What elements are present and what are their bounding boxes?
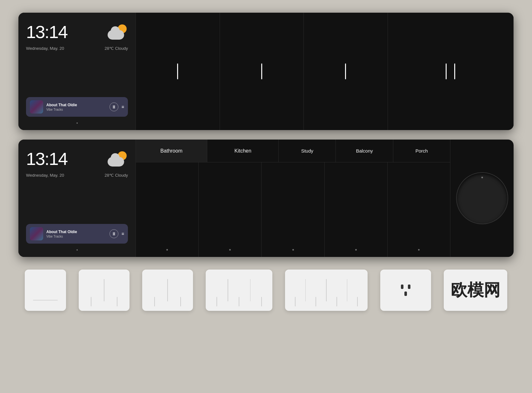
date-top: Wednesday, May. 20 <box>26 46 64 51</box>
paddle-quad-4[interactable] <box>347 270 368 311</box>
paddle-line-t1 <box>216 297 217 306</box>
room-switch-bathroom[interactable] <box>136 162 199 257</box>
dot-bottom <box>76 249 78 251</box>
switch-section-3[interactable] <box>304 13 388 130</box>
indicator-balcony <box>355 249 357 251</box>
clock-row-top: 13:14 <box>26 22 128 42</box>
music-info-top: About That Oldie Vibe Tracks <box>46 103 106 111</box>
white-switch-double-2[interactable] <box>142 270 193 311</box>
indicator-bathroom <box>166 249 168 251</box>
switch-section-4-double[interactable] <box>388 13 514 130</box>
paddle-line-t3 <box>261 297 262 306</box>
room-bathroom-label: Bathroom <box>160 148 182 154</box>
smart-screen-bottom: 13:14 Wednesday, May. 20 28℃ Cloudy Abou… <box>18 140 136 257</box>
rooms-row-bottom <box>136 162 450 257</box>
paddle-line-left-1 <box>91 297 91 306</box>
weather-icon-bottom <box>108 151 128 167</box>
paddle-triple-2[interactable] <box>228 270 250 311</box>
pause-button-top[interactable]: ⏸ <box>110 102 118 111</box>
indicator-porch <box>418 249 420 251</box>
toggle-bar-3 <box>345 63 346 79</box>
socket-hole-left <box>401 285 403 289</box>
music-title-top: About That Oldie <box>46 103 106 107</box>
white-switch-single-1[interactable] <box>25 270 66 311</box>
music-subtitle-top: Vibe Tracks <box>46 108 106 111</box>
panel-bottom: 13:14 Wednesday, May. 20 28℃ Cloudy Abou… <box>18 140 514 257</box>
music-subtitle-bottom: Vibe Tracks <box>46 235 106 238</box>
indicator-kitchen <box>229 249 231 251</box>
paddle-triple-1[interactable] <box>206 270 228 311</box>
weather-icon-top <box>108 24 128 40</box>
panel-top: 13:14 Wednesday, May. 20 28℃ Cloudy Abou… <box>18 13 514 130</box>
single-bottom-line-1 <box>33 300 58 301</box>
paddle-left-2[interactable] <box>142 270 167 311</box>
room-switch-balcony[interactable] <box>325 162 388 257</box>
date-weather-top: Wednesday, May. 20 28℃ Cloudy <box>26 46 128 51</box>
switch-divider-1 <box>104 279 104 301</box>
paddle-line-q4 <box>357 297 358 306</box>
clock-time-top: 13:14 <box>26 22 67 42</box>
paddle-quad-3[interactable] <box>327 270 347 311</box>
indicator-study <box>292 249 294 251</box>
music-info-bottom: About That Oldie Vibe Tracks <box>46 230 106 238</box>
progress-bottom <box>26 249 128 251</box>
switch-section-2[interactable] <box>220 13 304 130</box>
room-study[interactable]: Study <box>279 140 336 162</box>
paddle-quad-2[interactable] <box>306 270 326 311</box>
switch-divider-2 <box>167 279 168 301</box>
weather-top: 28℃ Cloudy <box>104 46 128 51</box>
dial-section[interactable] <box>450 140 514 257</box>
paddle-triple-3[interactable] <box>250 270 272 311</box>
paddle-left-1[interactable] <box>79 270 103 311</box>
paddle-line-right-1 <box>117 297 117 306</box>
playlist-icon-bottom[interactable]: ≡ <box>122 231 124 236</box>
room-kitchen-label: Kitchen <box>234 148 251 154</box>
dot-top <box>76 122 78 124</box>
paddle-quad-1[interactable] <box>285 270 305 311</box>
white-switch-quad[interactable] <box>285 270 368 311</box>
toggle-bar-1 <box>177 63 178 79</box>
music-controls-top: ⏸ ≡ <box>110 102 124 111</box>
rooms-row-top: Bathroom Kitchen Study Balcony Porch <box>136 140 450 162</box>
room-switch-kitchen[interactable] <box>199 162 262 257</box>
room-bathroom[interactable]: Bathroom <box>136 140 207 162</box>
room-kitchen[interactable]: Kitchen <box>207 140 279 162</box>
album-art-top <box>30 100 43 114</box>
progress-top <box>26 122 128 124</box>
music-widget-top[interactable]: About That Oldie Vibe Tracks ⏸ ≡ <box>26 97 128 117</box>
room-porch[interactable]: Porch <box>393 140 450 162</box>
album-art-bottom <box>30 227 43 240</box>
socket-face <box>380 270 431 311</box>
room-balcony[interactable]: Balcony <box>336 140 393 162</box>
socket-hole-right <box>408 285 410 289</box>
pause-button-bottom[interactable]: ⏸ <box>110 229 118 238</box>
playlist-icon-top[interactable]: ≡ <box>122 104 124 109</box>
paddle-right-1[interactable] <box>105 270 130 311</box>
socket-hole-ground <box>404 291 407 296</box>
cloud-icon-bottom <box>108 157 124 167</box>
smart-screen-top: 13:14 Wednesday, May. 20 28℃ Cloudy Abou… <box>18 13 136 130</box>
pause-icon-top: ⏸ <box>112 104 116 109</box>
dial-knob[interactable] <box>457 173 508 224</box>
white-switch-triple[interactable] <box>206 270 272 311</box>
cloud-icon <box>108 30 124 40</box>
paddle-line-q2 <box>316 297 316 306</box>
switch-section-1[interactable] <box>136 13 220 130</box>
music-widget-bottom[interactable]: About That Oldie Vibe Tracks ⏸ ≡ <box>26 224 128 244</box>
room-switch-porch[interactable] <box>388 162 450 257</box>
paddle-right-2[interactable] <box>168 270 193 311</box>
paddle-line-t2 <box>239 297 239 306</box>
date-bottom: Wednesday, May. 20 <box>26 173 64 178</box>
music-title-bottom: About That Oldie <box>46 230 106 234</box>
dial-indicator <box>481 177 483 178</box>
white-switch-double-1[interactable] <box>79 270 130 311</box>
clock-time-bottom: 13:14 <box>26 148 67 169</box>
music-controls-bottom: ⏸ ≡ <box>110 229 124 238</box>
clock-row-bottom: 13:14 <box>26 148 128 169</box>
date-weather-bottom: Wednesday, May. 20 28℃ Cloudy <box>26 173 128 178</box>
toggle-bar-4b <box>454 63 455 79</box>
room-switch-study[interactable] <box>262 162 324 257</box>
pause-icon-bottom: ⏸ <box>112 231 116 236</box>
single-switch-inner-1 <box>25 270 66 311</box>
white-switch-socket[interactable] <box>380 270 431 311</box>
